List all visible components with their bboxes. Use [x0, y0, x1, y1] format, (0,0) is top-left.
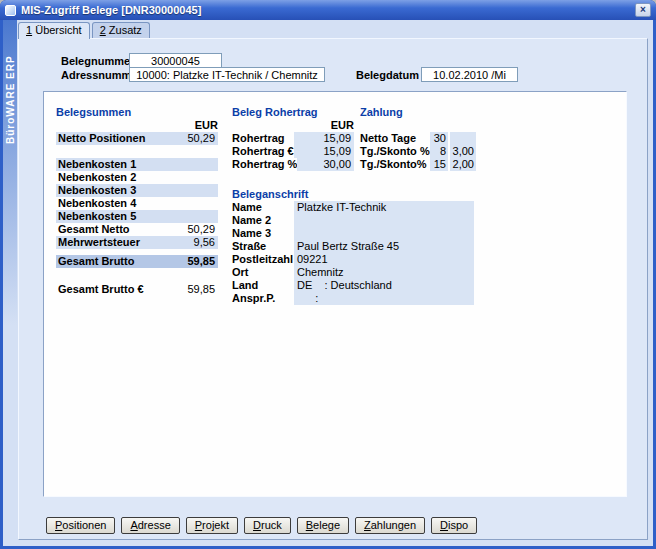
- row-value: Chemnitz: [294, 266, 474, 279]
- button-label: Zahlungen: [364, 518, 416, 533]
- app-window: MIS-Zugriff Belege [DNR30000045] × BüroW…: [0, 0, 656, 549]
- belegnummer-input[interactable]: 30000045: [129, 53, 222, 68]
- row-label: Tg./Skonto%: [360, 158, 430, 171]
- address-row: Name Platzke IT-Technik: [232, 201, 478, 214]
- section-title: Beleg Rohertrag: [232, 106, 354, 119]
- zahlung-row: Tg./Skonto% 15 2,00: [360, 158, 478, 171]
- button-label: Druck: [253, 518, 282, 533]
- row-label: Nebenkosten 4: [58, 197, 136, 210]
- row-value: DE : Deutschland: [294, 279, 474, 292]
- row-label: Postleitzahl: [232, 253, 294, 266]
- row-label: Tg./Skonto %: [360, 145, 430, 158]
- section-title: Belegsummen: [56, 106, 218, 119]
- button-bar: Positionen Adresse Projekt Druck Belege …: [46, 517, 477, 534]
- druck-button[interactable]: Druck: [244, 517, 291, 534]
- zahlung-row: Netto Tage 30: [360, 132, 478, 145]
- row-label: Nebenkosten 1: [58, 158, 136, 171]
- days-cell: 15: [430, 158, 448, 171]
- tab-label: 2 Zusatz: [100, 24, 142, 37]
- summary-row: Gesamt Netto 50,29: [56, 223, 218, 236]
- row-value: 59,85: [187, 283, 215, 296]
- row-label: Name 2: [232, 214, 294, 227]
- button-label: Belege: [306, 518, 340, 533]
- row-label: Netto Positionen: [58, 132, 145, 145]
- section-beleganschrift: Beleganschrift Name Platzke IT-Technik N…: [232, 188, 478, 305]
- content-panel: Belegnummer 30000045 Adressnummer 10000:…: [18, 38, 648, 540]
- row-label: Mehrwertsteuer: [58, 236, 140, 249]
- row-value: 59,85: [187, 255, 215, 268]
- percent-cell: [450, 132, 476, 145]
- rohertrag-row: Rohertrag 15,09: [232, 132, 354, 145]
- summary-row: Nebenkosten 2: [56, 171, 218, 184]
- row-value: Paul Bertz Straße 45: [294, 240, 474, 253]
- client-area: BüroWARE ERP 1 Übersicht 2 Zusatz Belegn…: [3, 20, 653, 546]
- summary-row: Nebenkosten 1: [56, 158, 218, 171]
- row-label: Ort: [232, 266, 294, 279]
- row-label: Rohertrag %: [232, 158, 297, 171]
- section-title: Zahlung: [360, 106, 478, 119]
- row-label: Nebenkosten 3: [58, 184, 136, 197]
- positionen-button[interactable]: Positionen: [46, 517, 115, 534]
- row-label: Rohertrag €: [232, 145, 294, 158]
- address-row: Land DE : Deutschland: [232, 279, 478, 292]
- rohertrag-row: Rohertrag € 15,09: [232, 145, 354, 158]
- summary-row-gesamt-brutto: Gesamt Brutto 59,85: [56, 255, 218, 268]
- summary-row: Nebenkosten 4: [56, 197, 218, 210]
- zahlungen-button[interactable]: Zahlungen: [355, 517, 425, 534]
- row-label: Netto Tage: [360, 132, 430, 145]
- projekt-button[interactable]: Projekt: [186, 517, 238, 534]
- summary-row: Nebenkosten 5: [56, 210, 218, 223]
- row-value: 50,29: [187, 223, 215, 236]
- row-label: Name 3: [232, 227, 294, 240]
- currency-header: EUR: [232, 119, 354, 132]
- address-row: Straße Paul Bertz Straße 45: [232, 240, 478, 253]
- summary-row: Mehrwertsteuer 9,56: [56, 236, 218, 249]
- row-value: 30,00: [297, 158, 354, 171]
- row-value: 9,56: [194, 236, 215, 249]
- button-label: Dispo: [440, 518, 468, 533]
- close-icon[interactable]: ×: [635, 3, 651, 17]
- percent-cell: 3,00: [450, 145, 476, 158]
- address-row: Name 3: [232, 227, 478, 240]
- currency-header: EUR: [56, 119, 218, 132]
- row-value: [294, 227, 474, 240]
- summary-row: Nebenkosten 3: [56, 184, 218, 197]
- row-label: Land: [232, 279, 294, 292]
- belege-button[interactable]: Belege: [297, 517, 349, 534]
- row-label: Rohertrag: [232, 132, 294, 145]
- row-label: Gesamt Brutto €: [58, 283, 144, 296]
- summary-row: Gesamt Brutto € 59,85: [56, 283, 218, 296]
- tab-uebersicht[interactable]: 1 Übersicht: [18, 22, 90, 39]
- row-value: 15,09: [294, 145, 354, 158]
- brand-strip: BüroWARE ERP: [3, 20, 17, 546]
- titlebar[interactable]: MIS-Zugriff Belege [DNR30000045] ×: [0, 0, 656, 20]
- button-label: Positionen: [55, 518, 106, 533]
- row-value: 09221: [294, 253, 474, 266]
- row-label: Anspr.P.: [232, 292, 294, 305]
- address-row: Ort Chemnitz: [232, 266, 478, 279]
- row-value: :: [294, 292, 474, 305]
- adressnummer-input[interactable]: 10000: Platzke IT-Technik / Chemnitz: [129, 67, 325, 82]
- brand-text: BüroWARE ERP: [4, 22, 17, 144]
- days-cell: 30: [430, 132, 448, 145]
- tab-zusatz[interactable]: 2 Zusatz: [92, 22, 150, 38]
- spacer: [56, 145, 218, 158]
- row-label: Nebenkosten 2: [58, 171, 136, 184]
- row-label: Straße: [232, 240, 294, 253]
- row-value: [294, 214, 474, 227]
- section-title: Beleganschrift: [232, 188, 478, 201]
- spacer: [360, 119, 478, 132]
- adresse-button[interactable]: Adresse: [121, 517, 179, 534]
- dispo-button[interactable]: Dispo: [431, 517, 477, 534]
- row-label: Gesamt Brutto: [58, 255, 134, 268]
- zahlung-row: Tg./Skonto % 8 3,00: [360, 145, 478, 158]
- summary-row: Netto Positionen 50,29: [56, 132, 218, 145]
- row-value: Platzke IT-Technik: [294, 201, 474, 214]
- address-row: Name 2: [232, 214, 478, 227]
- row-label: Gesamt Netto: [58, 223, 130, 236]
- rohertrag-row: Rohertrag % 30,00: [232, 158, 354, 171]
- button-label: Projekt: [195, 518, 229, 533]
- belegdatum-input[interactable]: 10.02.2010 /Mi: [421, 67, 518, 82]
- row-label: Name: [232, 201, 294, 214]
- row-label: Nebenkosten 5: [58, 210, 136, 223]
